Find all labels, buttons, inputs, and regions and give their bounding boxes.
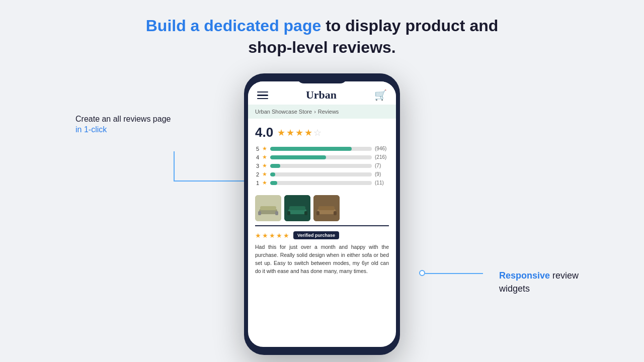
- svg-rect-2: [258, 211, 261, 215]
- store-title: Urban: [306, 88, 337, 102]
- rating-bars: 5 ★ (946) 4 ★ (216) 3: [255, 145, 389, 186]
- svg-rect-7: [287, 211, 290, 215]
- left-callout: Create an all reviews page in 1-click: [75, 114, 171, 134]
- svg-rect-4: [260, 206, 276, 210]
- bar-row-4: 4 ★ (216): [255, 154, 389, 160]
- phone-notch: [297, 73, 347, 83]
- right-callout-text: Responsive reviewwidgets: [499, 269, 579, 295]
- svg-rect-14: [318, 206, 335, 210]
- phone-screen: Urban 🛒 Urban Showcase Store › Reviews 4…: [248, 81, 396, 347]
- bar-row-2: 2 ★ (9): [255, 171, 389, 177]
- star-5: ☆: [313, 127, 321, 138]
- svg-rect-12: [316, 211, 319, 215]
- rating-stars: ★ ★ ★ ★ ☆: [277, 127, 321, 138]
- star-4: ★: [304, 127, 312, 138]
- page-headline: Build a dedicated page to display produc…: [146, 15, 499, 58]
- star-2: ★: [286, 127, 294, 138]
- review-summary: 4.0 ★ ★ ★ ★ ☆ 5 ★: [248, 119, 396, 190]
- overall-rating: 4.0 ★ ★ ★ ★ ☆: [255, 125, 389, 140]
- cart-icon[interactable]: 🛒: [374, 89, 387, 101]
- svg-rect-3: [275, 211, 278, 215]
- bar-row-3: 3 ★ (7): [255, 162, 389, 169]
- main-area: Create an all reviews page in 1-click Ur…: [0, 73, 644, 355]
- review-text: Had this for just over a month and happy…: [255, 243, 389, 275]
- bar-row-5: 5 ★ (946): [255, 145, 389, 152]
- rating-number: 4.0: [255, 125, 273, 140]
- svg-rect-8: [304, 211, 307, 215]
- phone-mockup: Urban 🛒 Urban Showcase Store › Reviews 4…: [244, 73, 400, 355]
- review-stars: ★ ★ ★ ★ ★: [255, 232, 289, 239]
- right-callout: Responsive reviewwidgets: [499, 269, 579, 295]
- phone-frame: Urban 🛒 Urban Showcase Store › Reviews 4…: [244, 73, 400, 355]
- connector-line-right: [425, 273, 483, 274]
- breadcrumb-separator: ›: [314, 109, 316, 115]
- svg-rect-9: [289, 206, 305, 210]
- bar-row-1: 1 ★ (11): [255, 179, 389, 186]
- thumbnail-2[interactable]: [284, 195, 310, 221]
- thumbnail-1[interactable]: [255, 195, 281, 221]
- photo-thumbnails: [248, 190, 396, 225]
- connector-dot-right: [419, 270, 425, 276]
- thumbnail-3[interactable]: [313, 195, 340, 221]
- left-callout-line1: Create an all reviews page: [75, 114, 171, 125]
- menu-icon[interactable]: [257, 92, 268, 100]
- verified-badge: Verified purchase: [293, 231, 339, 239]
- star-1: ★: [277, 127, 285, 138]
- breadcrumb: Urban Showcase Store › Reviews: [248, 105, 396, 119]
- star-3: ★: [295, 127, 303, 138]
- review-header: ★ ★ ★ ★ ★ Verified purchase: [255, 231, 389, 239]
- left-callout-link[interactable]: in 1-click: [75, 125, 171, 134]
- breadcrumb-current: Reviews: [318, 109, 339, 115]
- review-card: ★ ★ ★ ★ ★ Verified purchase Had this for…: [248, 226, 396, 347]
- breadcrumb-parent[interactable]: Urban Showcase Store: [255, 109, 312, 115]
- svg-rect-13: [334, 211, 337, 215]
- phone-header: Urban 🛒: [248, 81, 396, 105]
